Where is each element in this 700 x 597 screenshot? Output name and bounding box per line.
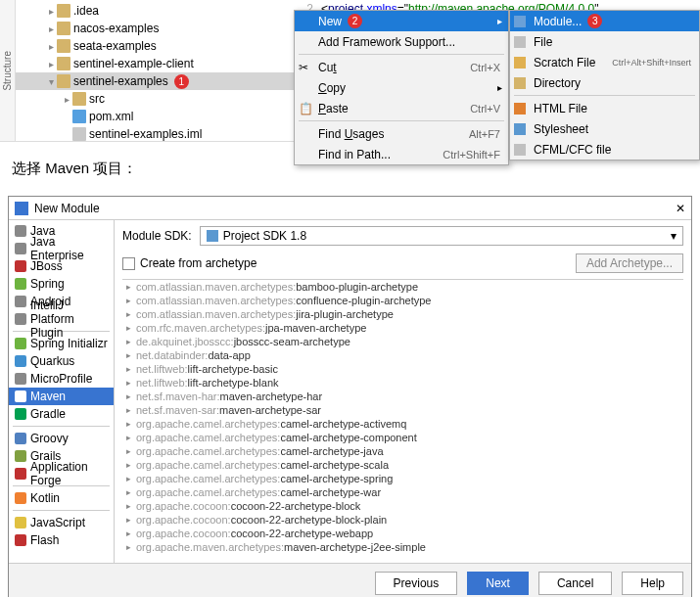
sidebar-item[interactable]: Java Enterprise [9,240,114,257]
expand-icon[interactable]: ▸ [126,556,136,557]
project-tree[interactable]: ▸.idea▸nacos-examples▸seata-examples▸sen… [16,0,294,141]
context-menu-item[interactable]: Find UsagesAlt+F7 [295,123,508,144]
submenu-item[interactable]: CFML/CFC file [510,139,699,160]
expand-icon[interactable]: ▸ [61,94,72,105]
expand-icon[interactable]: ▸ [126,446,136,456]
sidebar-item[interactable]: MicroProfile [9,370,114,388]
tree-item[interactable]: ▸nacos-examples [16,20,294,37]
expand-icon[interactable]: ▸ [126,296,136,305]
context-menu-item[interactable]: New2▸ [295,11,508,31]
next-button[interactable]: Next [467,572,529,595]
create-from-archetype-checkbox[interactable] [122,257,135,270]
tree-item[interactable]: pom.xml [16,108,294,125]
expand-icon[interactable]: ▸ [126,433,136,442]
sidebar-item[interactable]: Groovy [9,430,114,447]
archetype-item[interactable]: ▸org.apache.camel.archetypes:camel-arche… [122,431,683,444]
expand-icon[interactable]: ▸ [126,487,136,497]
context-menu-item[interactable]: Add Framework Support... [295,31,508,52]
sidebar-item[interactable]: Kotlin [9,489,114,507]
tree-item[interactable]: ▸.idea [16,2,294,20]
expand-icon[interactable]: ▸ [126,391,136,401]
sidebar-item[interactable]: Flash [9,531,114,549]
expand-icon[interactable]: ▸ [45,23,57,34]
expand-icon[interactable]: ▸ [126,364,136,374]
previous-button[interactable]: Previous [375,572,458,595]
expand-icon[interactable]: ▸ [126,419,136,429]
module-type-sidebar[interactable]: JavaJava EnterpriseJBossSpringAndroidInt… [9,220,115,563]
archetype-item[interactable]: ▸org.apache.cocoon:cocoon-22-archetype-w… [122,527,683,540]
add-archetype-button[interactable]: Add Archetype... [576,253,683,273]
sidebar-item[interactable]: IntelliJ Platform Plugin [9,310,114,328]
archetype-item[interactable]: ▸org.apache.maven.archetypes:maven-arche… [122,554,683,557]
submenu-item[interactable]: Stylesheet [510,118,699,139]
sidebar-item[interactable]: Quarkus [9,352,114,370]
archetype-item[interactable]: ▸org.apache.camel.archetypes:camel-arche… [122,444,683,458]
expand-icon[interactable]: ▸ [126,515,136,525]
context-menu-item[interactable]: Copy▸ [295,77,508,98]
sidebar-item[interactable]: Application Forge [9,465,114,482]
expand-icon[interactable]: ▸ [126,309,136,319]
expand-icon[interactable]: ▸ [126,378,136,388]
archetype-item[interactable]: ▸org.apache.camel.archetypes:camel-arche… [122,472,683,485]
archetype-item[interactable]: ▸de.akquinet.jbosscc:jbosscc-seam-archet… [122,335,683,348]
sidebar-item[interactable]: Spring [9,275,114,293]
tree-item[interactable]: ▸sentinel-example-client [16,55,294,72]
archetype-item[interactable]: ▸org.apache.camel.archetypes:camel-arche… [122,485,683,499]
expand-icon[interactable]: ▸ [126,542,136,552]
archetype-item[interactable]: ▸net.sf.maven-sar:maven-archetype-sar [122,403,683,417]
archetype-item[interactable]: ▸net.liftweb:lift-archetype-basic [122,362,683,376]
archetype-item[interactable]: ▸com.atlassian.maven.archetypes:confluen… [122,294,683,307]
separator [299,54,504,55]
help-button[interactable]: Help [622,572,683,595]
expand-icon[interactable]: ▸ [126,474,136,483]
expand-icon[interactable]: ▸ [45,59,57,69]
sidebar-item[interactable]: Maven [9,388,114,405]
archetype-item[interactable]: ▸org.apache.camel.archetypes:camel-arche… [122,417,683,431]
archetype-item[interactable]: ▸com.rfc.maven.archetypes:jpa-maven-arch… [122,321,683,335]
submenu-item[interactable]: Module...3 [510,11,699,31]
sidebar-item[interactable]: Gradle [9,405,114,423]
archetype-item[interactable]: ▸org.apache.cocoon:cocoon-22-archetype-b… [122,513,683,527]
expand-icon[interactable]: ▸ [45,6,57,17]
expand-icon[interactable]: ▸ [126,405,136,415]
archetype-item[interactable]: ▸com.atlassian.maven.archetypes:jira-plu… [122,307,683,321]
tree-item[interactable]: ▾sentinel-examples1 [16,72,294,90]
expand-icon[interactable]: ▸ [126,501,136,511]
archetype-item[interactable]: ▸net.databinder:data-app [122,348,683,362]
archetype-item[interactable]: ▸org.apache.camel.archetypes:camel-arche… [122,458,683,472]
expand-icon[interactable]: ▸ [45,41,57,52]
structure-tab[interactable]: Structure [0,0,16,141]
expand-icon[interactable]: ▾ [45,76,57,87]
submenu-item[interactable]: File [510,31,699,52]
tree-item[interactable]: sentinel-examples.iml [16,125,294,141]
cancel-button[interactable]: Cancel [538,572,612,595]
tree-item[interactable]: ▸seata-examples [16,37,294,55]
archetype-item[interactable]: ▸org.apache.maven.archetypes:maven-arche… [122,540,683,554]
submenu-item[interactable]: Directory [510,72,699,93]
archetype-list[interactable]: ▸com.atlassian.maven.archetypes:bamboo-p… [122,279,683,557]
context-menu-item[interactable]: Find in Path...Ctrl+Shift+F [295,144,508,164]
archetype-item[interactable]: ▸net.liftweb:lift-archetype-blank [122,376,683,390]
sidebar-item[interactable]: JavaScript [9,514,114,531]
expand-icon[interactable]: ▸ [126,528,136,538]
module-type-icon [15,260,26,272]
archetype-item[interactable]: ▸com.atlassian.maven.archetypes:bamboo-p… [122,280,683,294]
sdk-select[interactable]: Project SDK 1.8 ▾ [200,226,683,246]
expand-icon[interactable]: ▸ [126,282,136,292]
context-menu-item[interactable]: 📋PasteCtrl+V [295,98,508,118]
archetype-name: maven-archetype-har [220,390,323,402]
sidebar-item[interactable]: Spring Initializr [9,335,114,352]
submenu-item[interactable]: Scratch FileCtrl+Alt+Shift+Insert [510,52,699,72]
close-icon[interactable]: ✕ [676,202,685,215]
expand-icon[interactable]: ▸ [126,337,136,346]
context-menu-item[interactable]: ✂CutCtrl+X [295,57,508,77]
expand-icon[interactable]: ▸ [126,323,136,333]
dialog-titlebar[interactable]: New Module ✕ [9,197,691,220]
expand-icon[interactable]: ▸ [126,350,136,360]
tree-item[interactable]: ▸src [16,90,294,108]
submenu-item[interactable]: HTML File [510,98,699,118]
archetype-item[interactable]: ▸net.sf.maven-har:maven-archetype-har [122,390,683,403]
expand-icon[interactable]: ▸ [126,460,136,470]
editor[interactable]: 2 <project xmlns="http://maven.apache.or… [294,0,700,141]
archetype-item[interactable]: ▸org.apache.cocoon:cocoon-22-archetype-b… [122,499,683,513]
